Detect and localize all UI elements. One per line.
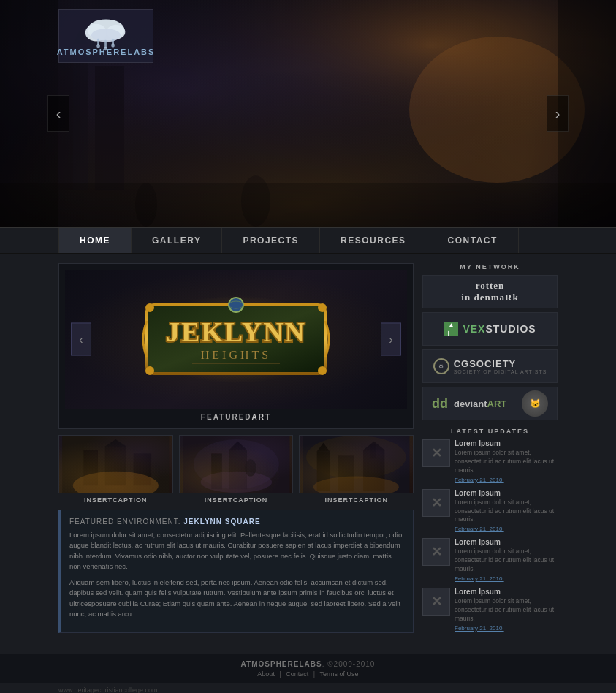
vex-icon: ▲i <box>444 322 458 336</box>
svg-rect-58 <box>370 444 376 459</box>
cg-text: CGSOCIETY <box>454 358 547 369</box>
thumb-caption-1: INSERTCAPTION <box>84 496 148 504</box>
thumb-art-3 <box>300 436 413 493</box>
footer-terms-link[interactable]: Terms of Use <box>320 670 359 678</box>
thumb-art-1 <box>59 436 172 493</box>
network-title1: MY <box>460 263 473 270</box>
footer-brand: ATMOSPHERELABS. ©2009-2010 <box>58 660 558 668</box>
network-vex[interactable]: ▲i VEXSTUDIOS <box>422 312 558 346</box>
hero-prev-icon: ‹ <box>56 105 61 122</box>
carousel-next-button[interactable]: › <box>381 323 401 356</box>
description-box: FEATURED ENVIRONMENT: JEKLYNN SQUARE Lor… <box>58 510 414 633</box>
network-rotten-text: rottenin denmaRk <box>461 280 518 303</box>
desc-prefix: FEATURED ENVIRONMENT: <box>69 518 181 526</box>
update-1-body: Lorem ipsum dolor sit amet, consectetur … <box>455 449 558 475</box>
svg-text:HEIGHTS: HEIGHTS <box>201 349 271 361</box>
featured-text1: FEATURED <box>201 413 252 421</box>
da-mascot-icon: 🐱 <box>522 390 548 417</box>
network-rotten[interactable]: rottenin denmaRk <box>422 275 558 308</box>
thumb-img-3 <box>299 435 414 493</box>
jeklynn-logo: JEKLYNN JEKLYNN HEIGHTS <box>134 292 338 387</box>
cg-text-block: CGSOCIETY SOCIETY OF DIGITAL ARTISTS <box>454 358 547 374</box>
svg-point-43 <box>73 472 159 493</box>
update-2-icon: ✕ <box>422 489 450 517</box>
svg-point-52 <box>306 436 406 479</box>
thumbnail-2[interactable]: INSERTCAPTION <box>179 435 294 504</box>
main-layout: JEKLYNN JEKLYNN HEIGHTS ‹ › <box>0 254 616 646</box>
svg-rect-13 <box>0 183 616 227</box>
thumbnail-3[interactable]: INSERTCAPTION <box>299 435 414 504</box>
update-4-content: Lorem Ipsum Lorem ipsum dolor sit amet, … <box>455 588 558 632</box>
hero-next-button[interactable]: › <box>547 95 569 132</box>
logo-cloud <box>80 15 132 45</box>
nav-contact[interactable]: CONTACT <box>427 228 519 253</box>
footer-contact-link[interactable]: Contact <box>286 670 308 678</box>
update-3-date[interactable]: February 21, 2010. <box>455 575 558 582</box>
svg-point-28 <box>318 303 327 312</box>
da-art: ART <box>487 398 507 409</box>
update-1-content: Lorem Ipsum Lorem ipsum dolor sit amet, … <box>455 439 558 483</box>
update-1-date[interactable]: February 21, 2010. <box>455 477 558 483</box>
svg-rect-37 <box>62 436 169 493</box>
updates-title1: LATEST <box>451 428 484 435</box>
network-cg[interactable]: ⚙ CGSOCIETY SOCIETY OF DIGITAL ARTISTS <box>422 349 558 383</box>
svg-rect-5 <box>73 44 88 190</box>
update-2-body: Lorem ipsum dolor sit amet, consectetur … <box>455 499 558 525</box>
main-nav: HOME GALLERY PROJECTS RESOURCES CONTACT <box>0 227 616 254</box>
nav-projects[interactable]: PROJECTS <box>222 228 320 253</box>
featured-carousel: JEKLYNN JEKLYNN HEIGHTS ‹ › <box>58 263 414 429</box>
svg-rect-46 <box>211 453 222 489</box>
svg-text:JEKLYNN: JEKLYNN <box>166 317 306 347</box>
update-3-content: Lorem Ipsum Lorem ipsum dolor sit amet, … <box>455 538 558 582</box>
network-vex-content: ▲i VEXSTUDIOS <box>444 322 536 336</box>
desc-title: FEATURED ENVIRONMENT: JEKLYNN SQUARE <box>69 518 404 526</box>
svg-rect-47 <box>229 450 246 490</box>
svg-point-45 <box>194 439 279 489</box>
network-da-content: dd deviantART 🐱 <box>423 390 557 417</box>
carousel-prev-icon: ‹ <box>79 333 83 346</box>
thumb-caption1-text2: CAPTION <box>113 496 148 504</box>
featured-label: FEATUREDART <box>65 409 407 423</box>
update-2-date[interactable]: February 21, 2010. <box>455 526 558 532</box>
update-3-body: Lorem ipsum dolor sit amet, consectetur … <box>455 548 558 574</box>
thumb-caption2-text1: INSERT <box>205 496 233 504</box>
svg-point-17 <box>91 29 121 42</box>
desc-env-title: JEKLYNN SQUARE <box>181 518 261 526</box>
updates-section: LATEST UPDATES ✕ Lorem Ipsum Lorem ipsum… <box>422 428 558 632</box>
network-title2: NETWORK <box>476 263 520 270</box>
svg-rect-39 <box>83 450 98 486</box>
hero-prev-button[interactable]: ‹ <box>47 95 69 132</box>
carousel-next-icon: › <box>389 333 392 346</box>
thumb-caption3-text1: INSERT <box>324 496 353 504</box>
footer-about-link[interactable]: About <box>257 670 275 678</box>
svg-marker-57 <box>363 442 384 450</box>
svg-rect-7 <box>95 66 124 190</box>
network-da[interactable]: dd deviantART 🐱 <box>422 387 558 420</box>
update-4-date[interactable]: February 21, 2010. <box>455 625 558 632</box>
thumbnail-1[interactable]: INSERTCAPTION <box>58 435 173 504</box>
update-2-title: Lorem Ipsum <box>455 489 558 497</box>
carousel-prev-button[interactable]: ‹ <box>71 323 91 356</box>
nav-resources[interactable]: RESOURCES <box>320 228 427 253</box>
thumb-caption-2: INSERTCAPTION <box>205 496 268 504</box>
sidebar: MY NETWORK rottenin denmaRk ▲i VEXSTUDIO… <box>422 263 558 637</box>
bottom-url: www.heritagechristiancollege.com <box>0 683 616 693</box>
svg-marker-54 <box>317 443 330 452</box>
vex-text: VEXSTUDIOS <box>463 323 536 335</box>
svg-rect-42 <box>134 453 151 485</box>
thumbnail-row: INSERTCAPTION <box>58 435 414 504</box>
da-text: deviantART <box>454 398 506 409</box>
svg-point-29 <box>145 366 154 375</box>
nav-home[interactable]: HOME <box>58 228 132 253</box>
desc-paragraph-1: Lorem ipsum dolor sit amet, consectetur … <box>69 530 404 572</box>
svg-rect-53 <box>317 451 330 491</box>
update-2: ✕ Lorem Ipsum Lorem ipsum dolor sit amet… <box>422 489 558 533</box>
svg-point-31 <box>229 298 243 312</box>
nav-gallery[interactable]: GALLERY <box>132 228 222 253</box>
svg-point-50 <box>245 459 256 476</box>
svg-marker-41 <box>105 439 126 447</box>
updates-title: LATEST UPDATES <box>422 428 558 435</box>
logo-area: ATMOSPHERELABS <box>58 9 153 63</box>
svg-point-21 <box>104 47 107 50</box>
desc-paragraph-2: Aliquam sem libero, luctus in eleifend s… <box>69 578 404 619</box>
